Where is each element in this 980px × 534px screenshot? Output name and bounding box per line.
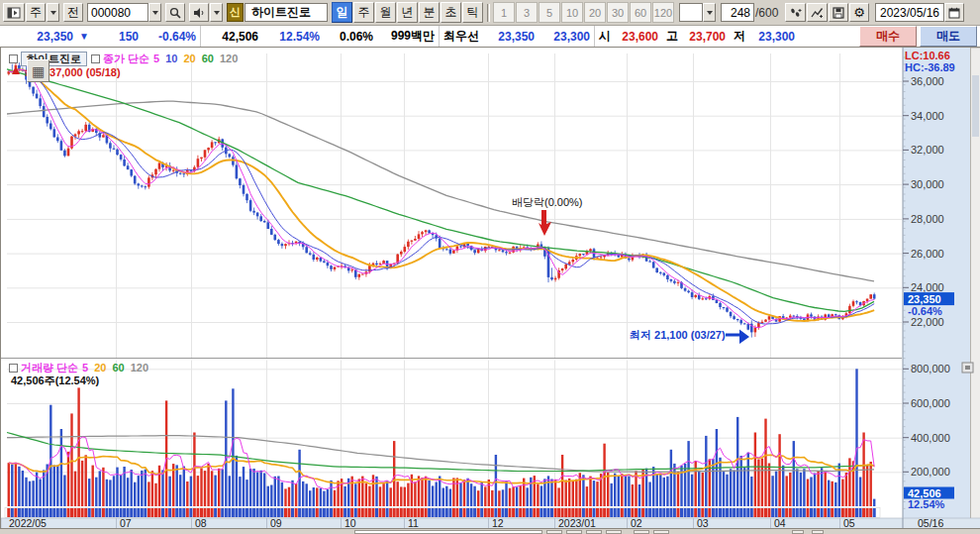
chevron-down-icon bbox=[50, 11, 56, 18]
trendline-button[interactable] bbox=[807, 3, 828, 22]
best-bid: 23,350 bbox=[485, 26, 539, 47]
price-change-pct: -0.64% bbox=[143, 26, 200, 47]
chevron-down-icon bbox=[707, 11, 713, 18]
trade-amount: 999백만 bbox=[377, 26, 439, 47]
prev-stock-button[interactable]: 전 bbox=[63, 3, 83, 22]
period-low-note: 최저 21,100 (03/27) bbox=[630, 329, 726, 341]
minute-button-1[interactable]: 1 bbox=[493, 2, 515, 23]
svg-text:26,000: 26,000 bbox=[911, 248, 944, 260]
layout-toggle-button[interactable] bbox=[3, 3, 25, 22]
save-icon bbox=[833, 7, 844, 19]
volume-current-note: 42,506주(12.54%) bbox=[11, 374, 99, 388]
stock-search-button[interactable] bbox=[165, 3, 185, 22]
sound-button[interactable] bbox=[189, 3, 209, 22]
low-value: 23,300 bbox=[745, 26, 799, 47]
tab-period-년[interactable]: 년 bbox=[397, 2, 418, 23]
ma-period-20: 20 bbox=[183, 53, 195, 65]
ma-period-10: 10 bbox=[165, 53, 177, 65]
custom-interval-input[interactable] bbox=[679, 3, 703, 22]
bar-count-input[interactable] bbox=[721, 3, 754, 22]
tab-period-일[interactable]: 일 bbox=[332, 2, 352, 23]
toolbar-separator bbox=[487, 4, 490, 22]
chevron-down-icon bbox=[214, 11, 220, 18]
svg-text:600,000: 600,000 bbox=[911, 397, 950, 409]
gear-icon: ⚙ bbox=[853, 7, 865, 19]
chart-canvas[interactable]: 최고 37,000 (05/18)배당락(0.00%)최저 21,100 (03… bbox=[1, 48, 980, 534]
lc-readout: LC:10.66 bbox=[905, 50, 950, 61]
settings-button[interactable]: ⚙ bbox=[849, 3, 869, 22]
minute-button-20[interactable]: 20 bbox=[584, 2, 606, 23]
minute-buttons: 13510203060120 bbox=[493, 2, 675, 23]
footprints-button[interactable] bbox=[785, 3, 806, 22]
price-ma-title: 종가 단순 bbox=[103, 53, 149, 65]
buy-button[interactable]: 매수 bbox=[859, 26, 917, 47]
tab-period-월[interactable]: 월 bbox=[375, 2, 396, 23]
bar-max-label: /600 bbox=[755, 6, 778, 20]
tab-period-초[interactable]: 초 bbox=[441, 2, 461, 23]
bottom-toolbar-partial bbox=[0, 528, 980, 534]
high-value: 23,700 bbox=[678, 26, 730, 47]
code-dropdown-button[interactable] bbox=[148, 3, 161, 22]
period-tabs: 일주월년분초틱 bbox=[332, 2, 484, 23]
calendar-icon bbox=[948, 7, 960, 19]
tab-period-틱[interactable]: 틱 bbox=[462, 2, 483, 23]
chevron-down-icon bbox=[152, 11, 158, 18]
price-down-arrow-icon: ▼ bbox=[77, 31, 91, 42]
minute-button-120[interactable]: 120 bbox=[652, 2, 674, 23]
svg-text:32,000: 32,000 bbox=[911, 144, 944, 156]
volume-ratio: 12.54% bbox=[262, 26, 324, 47]
svg-text:36,000: 36,000 bbox=[911, 75, 944, 87]
ma-period-120: 120 bbox=[220, 53, 238, 65]
credit-badge: 신 bbox=[227, 3, 244, 22]
formula-grid-button[interactable]: ▦ bbox=[27, 59, 49, 82]
minute-button-60[interactable]: 60 bbox=[630, 2, 651, 23]
speaker-icon bbox=[193, 7, 205, 19]
stock-name-label: 하이트진로 bbox=[245, 3, 328, 22]
stock-code-input[interactable] bbox=[87, 3, 148, 22]
layout-toggle-icon bbox=[7, 7, 21, 19]
minute-button-3[interactable]: 3 bbox=[516, 2, 538, 23]
low-label: 저 bbox=[730, 26, 745, 47]
tab-period-주[interactable]: 주 bbox=[353, 2, 374, 23]
ma-period-60: 60 bbox=[112, 362, 124, 374]
chart-area[interactable]: 최고 37,000 (05/18)배당락(0.00%)최저 21,100 (03… bbox=[0, 48, 980, 534]
period-dropdown-button[interactable] bbox=[47, 3, 59, 22]
period-week-button[interactable]: 주 bbox=[26, 3, 46, 22]
ma-period-5: 5 bbox=[153, 53, 159, 65]
ma-period-60: 60 bbox=[202, 53, 214, 65]
minimap-strip[interactable] bbox=[5, 508, 880, 518]
calendar-button[interactable] bbox=[944, 3, 964, 22]
collapse-box-icon[interactable] bbox=[91, 54, 100, 63]
ma-period-120: 120 bbox=[131, 362, 148, 374]
scrollbar-thumb[interactable] bbox=[972, 75, 979, 137]
svg-text:12.54%: 12.54% bbox=[908, 498, 945, 510]
price-change: 150 bbox=[91, 26, 143, 47]
sell-button[interactable]: 매도 bbox=[920, 26, 977, 47]
svg-text:30,000: 30,000 bbox=[911, 178, 944, 190]
svg-text:800,000: 800,000 bbox=[911, 363, 950, 374]
tab-period-분[interactable]: 분 bbox=[419, 2, 440, 23]
volume-value: 42,506 bbox=[201, 26, 262, 47]
high-label: 고 bbox=[662, 26, 678, 47]
interval-dropdown-button[interactable] bbox=[703, 3, 716, 22]
minute-button-10[interactable]: 10 bbox=[561, 2, 583, 23]
ex-dividend-note: 배당락(0.00%) bbox=[512, 196, 583, 208]
save-button[interactable] bbox=[829, 3, 848, 22]
best-quote-label: 최우선 bbox=[440, 26, 485, 47]
svg-text:22,000: 22,000 bbox=[911, 316, 944, 328]
minute-button-5[interactable]: 5 bbox=[539, 2, 560, 23]
current-price: 23,350 bbox=[0, 26, 77, 47]
sound-dropdown-button[interactable] bbox=[210, 3, 223, 22]
svg-text:400,000: 400,000 bbox=[911, 432, 950, 444]
search-icon bbox=[169, 7, 181, 19]
trendline-icon bbox=[811, 7, 824, 19]
svg-text:28,000: 28,000 bbox=[911, 213, 944, 225]
minute-button-30[interactable]: 30 bbox=[607, 2, 629, 23]
turnover-pct: 0.06% bbox=[324, 26, 377, 47]
collapse-box-icon[interactable] bbox=[9, 364, 18, 373]
collapse-box-icon[interactable] bbox=[9, 54, 18, 63]
svg-text:-0.64%: -0.64% bbox=[908, 305, 942, 317]
svg-text:24,000: 24,000 bbox=[911, 281, 944, 293]
svg-text:200,000: 200,000 bbox=[911, 466, 950, 478]
date-input[interactable] bbox=[875, 3, 944, 22]
